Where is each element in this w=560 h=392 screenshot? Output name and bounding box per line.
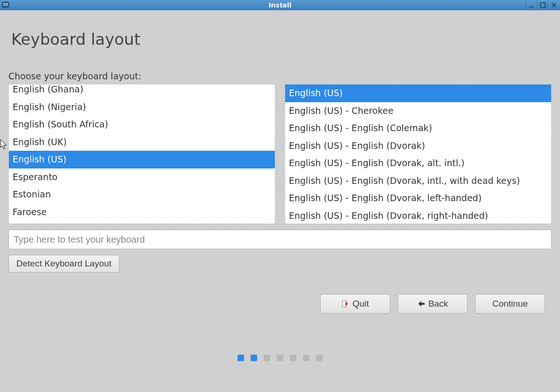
app-menu-icon[interactable]	[2, 1, 10, 10]
progress-dot	[303, 355, 309, 361]
layout-lists: English (Ghana)English (Nigeria)English …	[8, 84, 552, 224]
variant-item[interactable]: English (US) - English (Dvorak)	[285, 137, 551, 155]
svg-rect-2	[3, 5, 8, 6]
layout-item[interactable]: Filipino	[9, 221, 275, 224]
maximize-button[interactable]	[537, 0, 548, 10]
titlebar-right	[525, 0, 559, 10]
layout-item[interactable]: English (South Africa)	[9, 116, 275, 133]
variant-item[interactable]: English (US) - English (Dvorak, intl., w…	[285, 172, 551, 190]
svg-rect-4	[540, 3, 545, 7]
window-title: Install	[268, 1, 291, 9]
quit-button[interactable]: Quit	[320, 294, 390, 314]
variant-item[interactable]: English (US) - English (Dvorak, right-ha…	[285, 207, 551, 224]
close-icon	[551, 2, 557, 8]
page-title: Keyboard layout	[11, 30, 552, 49]
layout-listbox[interactable]: English (Ghana)English (Nigeria)English …	[8, 84, 275, 224]
content-area: Keyboard layout Choose your keyboard lay…	[0, 10, 560, 361]
quit-icon	[342, 300, 350, 308]
minimize-icon	[528, 2, 535, 8]
continue-button[interactable]: Continue	[475, 294, 545, 314]
keyboard-test-input[interactable]	[8, 230, 552, 249]
layout-item[interactable]: Estonian	[9, 186, 275, 203]
choose-label: Choose your keyboard layout:	[8, 71, 552, 81]
continue-label: Continue	[492, 299, 528, 309]
quit-label: Quit	[353, 299, 369, 309]
layout-item[interactable]: Faroese	[9, 203, 275, 221]
svg-rect-3	[529, 7, 534, 7]
variant-item[interactable]: English (US) - English (Dvorak, left-han…	[285, 189, 551, 207]
variant-item[interactable]: English (US) - English (Colemak)	[285, 119, 551, 137]
variant-item[interactable]: English (US) - English (Dvorak, alt. int…	[285, 154, 551, 172]
variant-listbox[interactable]: English (US)English (US) - CherokeeEngli…	[285, 84, 552, 224]
progress-dot	[316, 355, 322, 361]
progress-dot	[251, 355, 257, 361]
footer-buttons: Quit Back Continue	[8, 294, 552, 314]
variant-item[interactable]: English (US) - Cherokee	[285, 102, 551, 120]
layout-item[interactable]: English (Ghana)	[9, 84, 275, 98]
progress-dot	[277, 355, 283, 361]
progress-dot	[264, 355, 270, 361]
layout-item[interactable]: English (US)	[9, 151, 275, 168]
progress-dots	[8, 355, 552, 361]
minimize-button[interactable]	[525, 0, 537, 10]
svg-rect-1	[3, 3, 8, 4]
close-button[interactable]	[548, 0, 559, 10]
layout-item[interactable]: Esperanto	[9, 168, 275, 186]
back-button[interactable]: Back	[398, 294, 468, 314]
variant-item[interactable]: English (US)	[285, 84, 551, 102]
progress-dot	[290, 355, 296, 361]
maximize-icon	[539, 2, 546, 8]
detect-keyboard-button[interactable]: Detect Keyboard Layout	[8, 255, 119, 273]
layout-item[interactable]: English (Nigeria)	[9, 98, 275, 116]
titlebar-left	[2, 1, 10, 10]
arrow-left-icon	[417, 301, 426, 307]
window-titlebar: Install	[0, 0, 560, 10]
layout-item[interactable]: English (UK)	[9, 133, 275, 151]
progress-dot	[238, 355, 244, 361]
back-label: Back	[428, 299, 448, 309]
